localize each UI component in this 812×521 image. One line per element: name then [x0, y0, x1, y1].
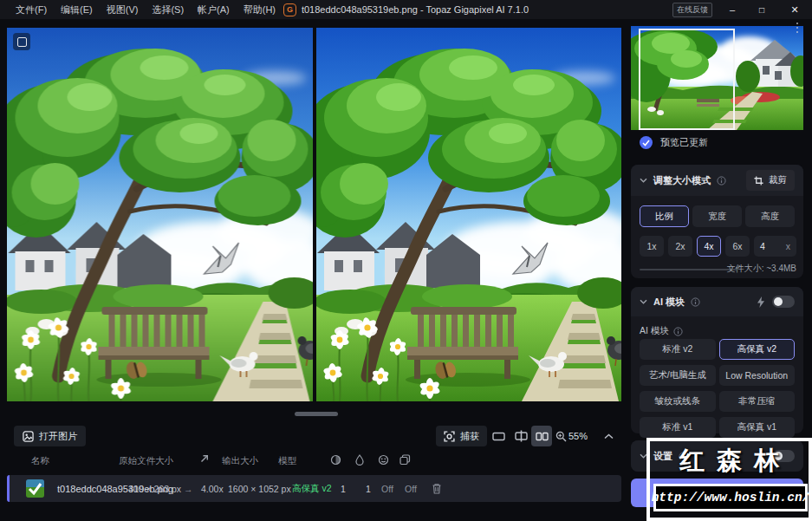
capture-icon: [444, 431, 455, 442]
row-model: 高保真 v2: [292, 475, 332, 502]
model-standard-v2[interactable]: 标准 v2: [640, 339, 716, 360]
thumbnail-viewport-rect[interactable]: [639, 29, 735, 130]
ai-auto-toggle[interactable]: [772, 296, 795, 308]
row-deblur-value[interactable]: 1: [366, 475, 371, 502]
row-original-size: 400 × 263 px: [128, 475, 181, 502]
tab-width[interactable]: 宽度: [692, 205, 742, 227]
app-logo-icon: G: [283, 3, 296, 16]
tab-height[interactable]: 高度: [745, 205, 795, 227]
ai-panel-header[interactable]: AI 模块: [631, 287, 803, 316]
minimize-button[interactable]: –: [719, 0, 745, 19]
lightning-icon: [757, 296, 765, 308]
resize-panel-title: 调整大小模式: [653, 174, 711, 187]
col-header-output-size[interactable]: 输出大小: [222, 455, 258, 467]
model-high-fidelity-v1[interactable]: 高保真 v1: [719, 417, 796, 438]
resize-mode-tabs: 比例 宽度 高度: [640, 205, 795, 227]
capture-label: 捕获: [460, 430, 479, 443]
menubar: 文件(F) 编辑(E) 视图(V) 选择(S) 帐户(A) 帮助(H): [0, 0, 283, 19]
check-circle-icon: [640, 136, 653, 149]
close-button[interactable]: ✕: [782, 0, 808, 19]
view-single-button[interactable]: [488, 426, 509, 446]
tab-scale[interactable]: 比例: [640, 205, 689, 227]
file-size-label: 文件大小: ~3.4MB: [727, 263, 796, 275]
panel-resize-handle[interactable]: [295, 412, 338, 416]
menu-help[interactable]: 帮助(H): [237, 0, 283, 19]
scale-1x-button[interactable]: 1x: [640, 236, 664, 257]
row-selected-indicator: [7, 475, 10, 502]
info-icon: [673, 327, 683, 336]
titlebar: 文件(F) 编辑(E) 视图(V) 选择(S) 帐户(A) 帮助(H) G t0…: [0, 0, 812, 19]
row-scale-factor: 4.00x: [201, 475, 224, 502]
pane-view-badge-icon: [13, 33, 30, 50]
info-icon: [717, 176, 726, 186]
crop-icon: [754, 176, 763, 186]
row-arrow: →: [184, 475, 193, 502]
capture-button[interactable]: 捕获: [436, 426, 487, 446]
info-icon: [691, 297, 700, 307]
open-image-button[interactable]: 打开图片: [14, 426, 86, 446]
menu-select[interactable]: 选择(S): [145, 0, 191, 19]
watermark-url: http://www.hoslin.cn/: [653, 484, 808, 511]
model-low-resolution[interactable]: Low Resolution: [719, 365, 796, 386]
zoom-icon: [554, 426, 568, 446]
maximize-button[interactable]: □: [749, 0, 775, 19]
chevron-down-icon: [640, 299, 647, 304]
scale-2x-button[interactable]: 2x: [668, 236, 692, 257]
crop-button[interactable]: 裁剪: [746, 170, 795, 191]
col-header-name[interactable]: 名称: [31, 455, 49, 467]
custom-scale-suffix: x: [786, 241, 790, 251]
crop-label: 裁剪: [769, 174, 787, 186]
face-recovery-icon[interactable]: [378, 454, 389, 466]
menu-file[interactable]: 文件(F): [9, 0, 54, 19]
scale-buttons: 1x 2x 4x 6x 4 x: [640, 236, 796, 257]
scale-4x-button[interactable]: 4x: [697, 236, 721, 257]
compression-icon[interactable]: [400, 454, 411, 466]
custom-scale-value: 4: [760, 241, 765, 251]
model-very-compressed[interactable]: 非常压缩: [719, 391, 796, 412]
denoise-icon[interactable]: [330, 454, 341, 466]
ai-panel-title: AI 模块: [653, 296, 685, 309]
online-feedback-button[interactable]: 在线反馈: [672, 3, 712, 17]
view-split-button[interactable]: [510, 426, 531, 446]
window-title: t018eddc048a95319eb.png - Topaz Gigapixe…: [302, 4, 529, 15]
preview-pane-after[interactable]: [316, 28, 621, 401]
ai-model-grid: 标准 v2 高保真 v2 艺术/电脑生成 Low Resolution 皱纹或线…: [640, 339, 795, 438]
watermark-title: 红森林: [650, 444, 809, 479]
resize-mode-panel: 调整大小模式 裁剪 比例 宽度 高度 1x 2x 4x 6x 4 x 文件大小:…: [631, 165, 803, 278]
preview-pane-before[interactable]: [7, 28, 313, 401]
file-size-divider: [640, 269, 737, 270]
open-image-label: 打开图片: [39, 430, 77, 443]
col-header-model[interactable]: 模型: [278, 455, 296, 467]
menu-account[interactable]: 帐户(A): [191, 0, 237, 19]
scale-6x-button[interactable]: 6x: [725, 236, 750, 257]
row-denoise-value[interactable]: 1: [341, 475, 346, 502]
resize-panel-header[interactable]: 调整大小模式 裁剪: [631, 165, 803, 196]
custom-scale-input[interactable]: 4 x: [754, 236, 796, 257]
row-thumbnail: [26, 479, 44, 498]
row-compression-value[interactable]: Off: [405, 475, 417, 502]
image-icon: [23, 431, 34, 442]
row-face-recovery-value[interactable]: Off: [381, 475, 393, 502]
preview-status-label: 预览已更新: [660, 136, 708, 149]
col-header-original-size[interactable]: 原始文件大小: [119, 455, 173, 467]
watermark-frame: 红森林 http://www.hoslin.cn/: [646, 438, 812, 521]
zoom-level[interactable]: 55%: [568, 426, 588, 446]
navigation-thumbnail[interactable]: [631, 26, 803, 130]
chevron-down-icon: [640, 178, 647, 183]
model-art-cg[interactable]: 艺术/电脑生成: [640, 365, 716, 386]
sidebar-scroll-dots: [796, 23, 798, 24]
menu-edit[interactable]: 编辑(E): [54, 0, 100, 19]
preview-status: 预览已更新: [640, 136, 708, 149]
model-lines[interactable]: 皱纹或线条: [640, 391, 716, 412]
menu-view[interactable]: 视图(V): [100, 0, 146, 19]
delete-row-icon[interactable]: [432, 475, 442, 502]
queue-row[interactable]: t018eddc048a95319eb.png 400 × 263 px → 4…: [7, 475, 621, 502]
ai-module-panel: AI 模块 AI 模块 标准 v2 高保真 v2 艺术/电脑生成 Low Res…: [631, 287, 803, 433]
model-high-fidelity-v2[interactable]: 高保真 v2: [719, 339, 796, 360]
model-standard-v1[interactable]: 标准 v1: [640, 417, 716, 438]
deblur-icon[interactable]: [354, 454, 365, 466]
ai-model-label: AI 模块: [640, 325, 683, 337]
view-side-by-side-button[interactable]: [531, 426, 552, 446]
collapse-panel-button[interactable]: [598, 426, 619, 446]
scale-arrow-icon: [199, 453, 210, 464]
